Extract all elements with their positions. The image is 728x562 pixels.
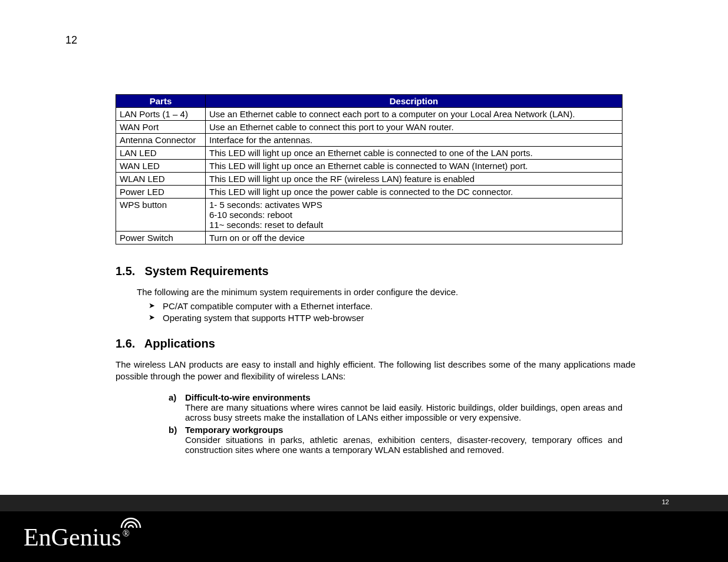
- table-cell-part: Power LED: [116, 186, 206, 199]
- table-cell-part: LAN Ports (1 – 4): [116, 108, 206, 121]
- section-applications: 1.6. Applications The wireless LAN produ…: [116, 337, 622, 455]
- logo-word: EnGenius: [24, 524, 121, 551]
- sysreq-intro: The following are the minimum system req…: [137, 286, 622, 298]
- list-item: ➤Operating system that supports HTTP web…: [149, 312, 622, 324]
- apps-intro: The wireless LAN products are easy to in…: [86, 359, 635, 382]
- list-item: ➤PC/AT compatible computer with a Ethern…: [149, 300, 622, 312]
- table-row: Power SwitchTurn on or off the device: [116, 232, 622, 244]
- table-header-parts: Parts: [116, 95, 206, 108]
- table-cell-part: LAN LED: [116, 147, 206, 160]
- table-row: WAN PortUse an Ethernet cable to connect…: [116, 121, 622, 134]
- heading-system-requirements: 1.5. System Requirements: [116, 265, 622, 278]
- list-item: b)Temporary workgroupsConsider situation…: [169, 425, 622, 455]
- page-number-footer: 12: [662, 498, 669, 505]
- table-cell-part: WAN Port: [116, 121, 206, 134]
- table-row: Antenna ConnectorInterface for the anten…: [116, 134, 622, 147]
- engenius-logo: EnGenius®: [24, 518, 177, 554]
- table-row: WLAN LEDThis LED will light up once the …: [116, 173, 622, 186]
- heading-applications: 1.6. Applications: [116, 337, 622, 351]
- table-cell-part: Antenna Connector: [116, 134, 206, 147]
- table-cell-description: 1- 5 seconds: activates WPS6-10 seconds:…: [206, 199, 622, 232]
- parts-description-table: Parts Description LAN Ports (1 – 4)Use a…: [116, 94, 622, 244]
- table-row: WPS button1- 5 seconds: activates WPS6-1…: [116, 199, 622, 232]
- registered-mark: ®: [123, 528, 130, 538]
- table-cell-part: Power Switch: [116, 232, 206, 244]
- table-cell-description: This LED will light up once the RF (wire…: [206, 173, 622, 186]
- table-cell-description: This LED will light up once an Ethernet …: [206, 160, 622, 173]
- heading-title: System Requirements: [145, 265, 269, 277]
- table-cell-description: Use an Ethernet cable to connect this po…: [206, 121, 622, 134]
- list-letter: b): [169, 425, 177, 435]
- table-row: Power LEDThis LED will light up once the…: [116, 186, 622, 199]
- logo-text: EnGenius®: [24, 524, 130, 551]
- table-header-row: Parts Description: [116, 95, 622, 108]
- table-cell-description: This LED will light up once the power ca…: [206, 186, 622, 199]
- document-page: 12 Parts Description LAN Ports (1 – 4)Us…: [0, 0, 728, 562]
- table-row: WAN LEDThis LED will light up once an Et…: [116, 160, 622, 173]
- table-cell-part: WLAN LED: [116, 173, 206, 186]
- page-number-top: 12: [65, 34, 77, 47]
- heading-number: 1.6.: [116, 337, 141, 351]
- list-item-description: There are many situations where wires ca…: [185, 402, 622, 422]
- table-header-description: Description: [206, 95, 622, 108]
- list-item-title: Temporary workgroups: [185, 425, 283, 435]
- section-system-requirements: 1.5. System Requirements The following a…: [116, 265, 622, 324]
- list-item-title: Difficult-to-wire environments: [185, 392, 311, 402]
- arrow-bullet-icon: ➤: [149, 312, 155, 323]
- table-cell-description: Turn on or off the device: [206, 232, 622, 244]
- heading-title: Applications: [144, 337, 215, 350]
- apps-lettered-list: a)Difficult-to-wire environmentsThere ar…: [169, 392, 622, 455]
- table-row: LAN LEDThis LED will light up once an Et…: [116, 147, 622, 160]
- list-item: a)Difficult-to-wire environmentsThere ar…: [169, 392, 622, 422]
- table-cell-part: WAN LED: [116, 160, 206, 173]
- table-cell-description: This LED will light up once an Ethernet …: [206, 147, 622, 160]
- table-cell-part: WPS button: [116, 199, 206, 232]
- table-cell-description: Interface for the antennas.: [206, 134, 622, 147]
- sysreq-bullet-list: ➤PC/AT compatible computer with a Ethern…: [149, 300, 622, 325]
- list-letter: a): [169, 392, 176, 402]
- arrow-bullet-icon: ➤: [149, 300, 155, 311]
- heading-number: 1.5.: [116, 265, 141, 278]
- table-row: LAN Ports (1 – 4)Use an Ethernet cable t…: [116, 108, 622, 121]
- table-cell-description: Use an Ethernet cable to connect each po…: [206, 108, 622, 121]
- list-item-description: Consider situations in parks, athletic a…: [185, 435, 622, 455]
- content-area: Parts Description LAN Ports (1 – 4)Use a…: [116, 94, 622, 457]
